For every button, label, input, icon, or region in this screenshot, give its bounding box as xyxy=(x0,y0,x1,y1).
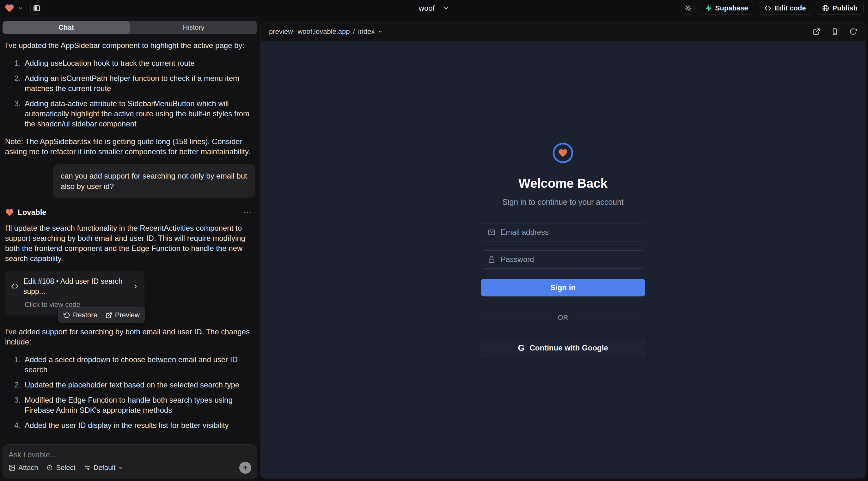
code-icon xyxy=(11,282,19,290)
preview-iframe[interactable]: Welcome Back Sign in to continue to your… xyxy=(261,41,865,478)
email-field-wrapper xyxy=(481,223,645,242)
chat-history-tabs: Chat History xyxy=(3,21,257,34)
open-in-new-tab-icon[interactable] xyxy=(813,28,820,35)
attach-button[interactable]: Attach xyxy=(8,463,38,472)
or-divider: OR xyxy=(481,314,645,322)
chat-composer: Attach Select Default xyxy=(3,444,257,478)
list-item: Added the user ID display in the results… xyxy=(23,420,255,430)
preview-url: preview--woof.lovable.app xyxy=(269,28,350,36)
tab-chat[interactable]: Chat xyxy=(3,21,130,34)
select-label: Select xyxy=(56,463,75,472)
edit-code-button[interactable]: Edit code xyxy=(758,2,812,14)
assistant-numbered-list: Adding useLocation hook to track the cur… xyxy=(5,58,255,129)
mode-chevron-down-icon xyxy=(118,465,124,471)
preview-url-selector[interactable]: preview--woof.lovable.app / index xyxy=(269,28,383,36)
edit-card-hover-actions: Restore Preview xyxy=(58,307,145,323)
mobile-view-icon[interactable] xyxy=(831,28,839,35)
preview-label: Preview xyxy=(115,310,140,320)
chat-panel: Chat History I've updated the AppSidebar… xyxy=(0,17,260,481)
email-field[interactable] xyxy=(501,228,639,237)
publish-button[interactable]: Publish xyxy=(816,2,864,14)
supabase-label: Supabase xyxy=(715,4,748,12)
select-target-icon xyxy=(46,464,53,471)
edit-code-label: Edit code xyxy=(775,4,806,12)
assistant-note: Note: The Edge Function file (fetch-fire… xyxy=(5,438,255,440)
panel-left-icon xyxy=(33,4,40,12)
assistant-header: Lovable ⋯ xyxy=(5,207,255,218)
project-chevron-down-icon xyxy=(443,5,449,11)
envelope-icon xyxy=(488,228,496,236)
page-subtitle: Sign in to continue to your account xyxy=(502,197,624,207)
password-field-wrapper xyxy=(481,250,645,269)
restore-icon xyxy=(64,312,70,319)
external-link-icon xyxy=(105,312,112,319)
gear-icon xyxy=(684,4,692,12)
google-g-icon: G xyxy=(518,343,525,353)
attach-label: Attach xyxy=(18,463,38,472)
send-button[interactable] xyxy=(239,462,251,474)
lock-icon xyxy=(488,255,496,263)
project-name: woof xyxy=(419,4,435,13)
tab-history[interactable]: History xyxy=(130,21,257,34)
sign-in-button[interactable]: Sign in xyxy=(481,279,645,296)
sidebar-toggle-button[interactable] xyxy=(30,2,43,14)
app-logo-heart-icon xyxy=(558,148,568,158)
settings-button[interactable] xyxy=(682,2,695,14)
user-message-bubble: can you add support for searching not on… xyxy=(53,164,255,198)
workspace-chevron-down-icon[interactable] xyxy=(18,5,23,11)
assistant-note: Note: The AppSidebar.tsx file is getting… xyxy=(5,136,255,157)
app-logo-ring xyxy=(553,143,573,163)
restore-label: Restore xyxy=(73,310,97,320)
assistant-paragraph: I've added support for searching by both… xyxy=(5,327,255,347)
publish-label: Publish xyxy=(833,4,858,12)
restore-button[interactable]: Restore xyxy=(64,310,97,320)
chat-message-list[interactable]: I've updated the AppSidebar component to… xyxy=(3,34,257,440)
select-button[interactable]: Select xyxy=(46,463,75,472)
lovable-logo-heart-icon[interactable] xyxy=(4,3,14,13)
assistant-numbered-list: Added a select dropdown to choose betwee… xyxy=(5,355,255,430)
supabase-button[interactable]: Supabase xyxy=(699,2,754,14)
topbar: woof Supabase Edit code Publish xyxy=(0,0,868,17)
preview-button[interactable]: Preview xyxy=(105,310,140,320)
page-title: Welcome Back xyxy=(518,177,608,191)
message-menu-button[interactable]: ⋯ xyxy=(243,207,255,218)
url-path-separator: / xyxy=(353,28,355,36)
arrow-up-icon xyxy=(242,464,248,471)
refresh-icon[interactable] xyxy=(849,28,857,35)
or-label: OR xyxy=(558,314,568,322)
chevron-right-icon xyxy=(132,283,139,289)
preview-url-bar: preview--woof.lovable.app / index xyxy=(261,23,865,41)
lovable-avatar-heart-icon xyxy=(5,208,14,217)
edit-card-title: Edit #108 • Add user ID search supp... xyxy=(23,276,128,296)
chat-input[interactable] xyxy=(8,450,251,459)
supabase-icon xyxy=(705,4,712,12)
list-item: Adding an isCurrentPath helper function … xyxy=(23,73,255,94)
preview-page: index xyxy=(358,28,375,36)
code-icon xyxy=(764,4,772,12)
password-field[interactable] xyxy=(501,255,639,264)
assistant-paragraph: I'll update the search functionality in … xyxy=(5,223,255,263)
attach-image-icon xyxy=(8,464,16,471)
globe-icon xyxy=(822,4,830,12)
sign-in-card: Welcome Back Sign in to continue to your… xyxy=(481,143,645,357)
list-item: Adding data-active attribute to SidebarM… xyxy=(23,99,255,129)
mode-label: Default xyxy=(94,463,116,472)
edit-version-card[interactable]: Edit #108 • Add user ID search supp... C… xyxy=(5,271,145,315)
list-item: Modified the Edge Function to handle bot… xyxy=(23,395,255,415)
assistant-paragraph: I've updated the AppSidebar component to… xyxy=(5,40,255,51)
project-switcher[interactable]: woof xyxy=(419,0,450,17)
assistant-name: Lovable xyxy=(18,207,46,218)
continue-with-google-button[interactable]: G Continue with Google xyxy=(481,339,645,357)
list-item: Added a select dropdown to choose betwee… xyxy=(23,355,255,375)
sliders-icon xyxy=(84,464,91,471)
url-chevron-down-icon xyxy=(378,29,383,34)
list-item: Adding useLocation hook to track the cur… xyxy=(23,58,255,68)
preview-panel: preview--woof.lovable.app / index xyxy=(260,22,865,478)
mode-selector[interactable]: Default xyxy=(84,463,124,472)
list-item: Updated the placeholder text based on th… xyxy=(23,380,255,390)
google-button-label: Continue with Google xyxy=(530,344,608,352)
